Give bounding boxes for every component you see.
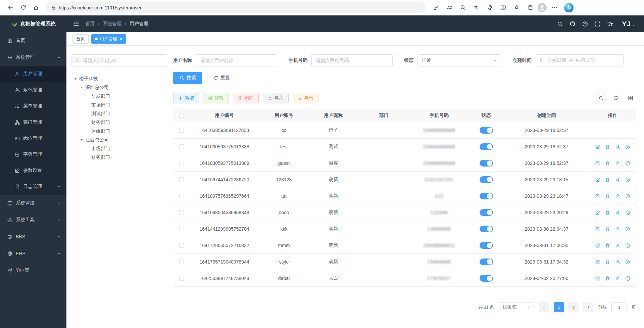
- delete-icon[interactable]: [605, 210, 610, 215]
- select-all-checkbox[interactable]: [179, 113, 184, 118]
- edit-icon[interactable]: [595, 227, 600, 232]
- sidebar-item-bbs[interactable]: BBS: [0, 228, 66, 245]
- status-select[interactable]: 正常: [417, 54, 501, 66]
- assign-role-icon[interactable]: [625, 177, 630, 182]
- sidebar-item-post-mgmt[interactable]: 岗位管理: [0, 130, 66, 146]
- delete-icon[interactable]: [605, 260, 610, 265]
- caret-down-icon[interactable]: [80, 86, 83, 89]
- caret-down-icon[interactable]: [74, 77, 77, 81]
- home-icon[interactable]: [30, 2, 42, 13]
- key-icon[interactable]: [430, 2, 442, 13]
- collections-icon[interactable]: [524, 2, 536, 13]
- export-button[interactable]: 导出: [293, 93, 318, 103]
- page-button-1[interactable]: 1: [554, 302, 564, 312]
- status-toggle[interactable]: [480, 143, 493, 150]
- more-options-icon[interactable]: [549, 2, 560, 13]
- tree-node[interactable]: 财务部门: [71, 153, 167, 162]
- page-size-select[interactable]: 10条/页: [499, 302, 534, 312]
- search-button[interactable]: 搜索: [173, 72, 202, 84]
- row-checkbox[interactable]: [179, 276, 184, 281]
- delete-icon[interactable]: [605, 276, 610, 281]
- edit-icon[interactable]: [595, 210, 600, 215]
- delete-icon[interactable]: [605, 227, 610, 232]
- delete-button[interactable]: 删除: [233, 93, 259, 103]
- tab-user-mgmt[interactable]: 用户管理: [91, 34, 126, 44]
- goto-page-input[interactable]: [611, 302, 627, 312]
- edit-icon[interactable]: [595, 276, 600, 281]
- status-toggle[interactable]: [480, 275, 493, 282]
- status-toggle[interactable]: [480, 193, 493, 199]
- tree-node[interactable]: 测试部门: [71, 109, 167, 118]
- edit-icon[interactable]: [595, 260, 600, 265]
- column-settings-icon[interactable]: [625, 93, 636, 103]
- date-range-picker[interactable]: 开始日期 - 结束日期: [536, 54, 624, 66]
- tree-node[interactable]: 江西总公司: [71, 136, 167, 144]
- split-screen-icon[interactable]: [497, 2, 509, 13]
- search-icon[interactable]: [557, 21, 563, 27]
- caret-down-icon[interactable]: [80, 138, 83, 142]
- sidebar-item-monitor[interactable]: 系统监控: [0, 195, 66, 212]
- status-toggle[interactable]: [480, 209, 493, 216]
- edit-icon[interactable]: [595, 177, 600, 182]
- modify-button[interactable]: 修改: [203, 93, 229, 103]
- dept-search-input[interactable]: [83, 58, 163, 63]
- refresh-table-icon[interactable]: [610, 93, 621, 103]
- import-button[interactable]: 导入: [263, 93, 289, 103]
- extensions-icon[interactable]: [484, 2, 495, 13]
- sidebar-item-user-mgmt[interactable]: 用户管理: [0, 66, 66, 82]
- back-icon[interactable]: [5, 2, 16, 13]
- status-toggle[interactable]: [480, 176, 493, 183]
- favorites-bar-icon[interactable]: [511, 2, 522, 13]
- row-checkbox[interactable]: [179, 128, 184, 133]
- row-checkbox[interactable]: [179, 144, 184, 149]
- tree-node[interactable]: 运维部门: [71, 127, 167, 136]
- delete-icon[interactable]: [605, 144, 610, 149]
- breadcrumb-system[interactable]: 系统管理: [103, 21, 121, 27]
- sidebar-item-home[interactable]: 首页: [0, 32, 66, 49]
- next-page-button[interactable]: [583, 302, 593, 312]
- reset-password-icon[interactable]: [615, 144, 620, 149]
- row-checkbox[interactable]: [179, 161, 184, 166]
- github-icon[interactable]: [569, 21, 576, 27]
- profile-avatar[interactable]: [538, 3, 547, 12]
- tree-node[interactable]: 市场部门: [71, 144, 167, 153]
- username-input[interactable]: [200, 58, 273, 63]
- sidebar-item-dept-mgmt[interactable]: 部门管理: [0, 114, 66, 130]
- delete-icon[interactable]: [605, 243, 610, 248]
- reset-password-icon[interactable]: [615, 177, 620, 182]
- assign-role-icon[interactable]: [625, 161, 630, 166]
- edit-icon[interactable]: [595, 243, 600, 248]
- assign-role-icon[interactable]: [625, 260, 630, 265]
- tree-node[interactable]: 橙子科技: [71, 75, 167, 83]
- copilot-icon[interactable]: b: [564, 3, 574, 12]
- status-toggle[interactable]: [480, 242, 493, 249]
- fullscreen-icon[interactable]: [595, 21, 600, 27]
- tree-node[interactable]: 财务部门: [71, 118, 167, 127]
- sidebar-item-tools[interactable]: 系统工具: [0, 212, 66, 228]
- assign-role-icon[interactable]: [625, 243, 630, 248]
- tab-home[interactable]: 首页: [72, 34, 89, 44]
- user-logo[interactable]: YJ: [622, 20, 635, 28]
- row-checkbox[interactable]: [179, 194, 184, 198]
- edit-icon[interactable]: [595, 194, 600, 199]
- close-icon[interactable]: [119, 37, 122, 41]
- reset-password-icon[interactable]: [615, 243, 620, 248]
- reset-button[interactable]: 重置: [207, 72, 236, 84]
- breadcrumb-home[interactable]: 首页: [85, 21, 95, 27]
- row-checkbox[interactable]: [179, 177, 184, 182]
- phone-input[interactable]: [316, 58, 388, 63]
- tree-node[interactable]: 研发部门: [71, 92, 167, 101]
- sidebar-item-param-settings[interactable]: 参数设置: [0, 162, 66, 179]
- status-toggle[interactable]: [480, 127, 493, 134]
- sidebar-item-menu-mgmt[interactable]: 菜单管理: [0, 98, 66, 114]
- sidebar-item-yi-framework[interactable]: Yi框架: [0, 262, 66, 279]
- edit-icon[interactable]: [595, 161, 600, 166]
- status-toggle[interactable]: [480, 226, 493, 232]
- sidebar-item-dict-mgmt[interactable]: 字典管理: [0, 146, 66, 162]
- prev-page-button[interactable]: [539, 302, 549, 312]
- status-toggle[interactable]: [480, 259, 493, 265]
- sidebar-item-log-mgmt[interactable]: 日志管理: [0, 179, 66, 195]
- edit-icon[interactable]: [595, 144, 600, 149]
- delete-icon[interactable]: [605, 161, 610, 166]
- read-aloud-icon[interactable]: [444, 2, 455, 13]
